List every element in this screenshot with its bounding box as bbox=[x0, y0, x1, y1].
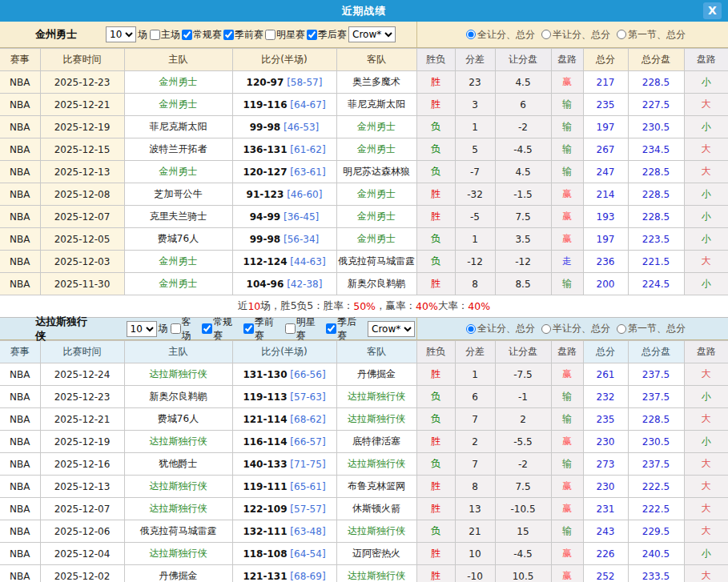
scope-radio-0[interactable] bbox=[466, 30, 476, 39]
away-team-cell: 俄克拉荷马城雷霆 bbox=[336, 251, 416, 273]
total-line-cell: 228.5 bbox=[628, 183, 684, 206]
filter-checkbox-0[interactable] bbox=[171, 323, 181, 334]
games-count-select[interactable]: 10 bbox=[106, 26, 136, 42]
over-under-cell: 大 bbox=[684, 363, 728, 386]
total-line-cell: 222.5 bbox=[628, 476, 684, 498]
point-diff-cell: 2 bbox=[455, 431, 495, 453]
scope-radios: 全让分、总分半让分、总分第一节、总分 bbox=[460, 28, 686, 42]
home-team-cell: 俄克拉荷马城雷霆 bbox=[124, 520, 232, 543]
column-header: 客队 bbox=[336, 49, 416, 71]
away-team-cell: 达拉斯独行侠 bbox=[336, 386, 416, 408]
table-row: NBA2025-12-15波特兰开拓者136-131 [61-62]金州勇士负5… bbox=[0, 138, 728, 161]
total-line-cell: 228.5 bbox=[628, 71, 684, 94]
league-cell: NBA bbox=[0, 161, 40, 183]
column-header: 盘路 bbox=[551, 341, 583, 363]
point-diff-cell: 23 bbox=[455, 71, 495, 94]
date-cell: 2025-12-23 bbox=[40, 71, 124, 94]
filter-checkbox-4[interactable] bbox=[326, 323, 336, 334]
point-diff-cell: 8 bbox=[455, 476, 495, 498]
results-table: 赛事比赛时间主队比分(半场)客队胜负分差让分盘盘路总分总分盘盘路NBA2025-… bbox=[0, 340, 728, 582]
filter-checkbox-4[interactable] bbox=[307, 30, 317, 40]
team-section-warriors: 金州勇士10场主场常规赛季前赛明星赛季后赛Crow*全让分、总分半让分、总分第一… bbox=[0, 22, 728, 318]
results-table: 赛事比赛时间主队比分(半场)客队胜负分差让分盘盘路总分总分盘盘路NBA2025-… bbox=[0, 48, 728, 295]
result-cell: 负 bbox=[416, 520, 455, 543]
home-team-cell: 金州勇士 bbox=[124, 94, 232, 116]
final-score: 121-114 bbox=[243, 414, 287, 425]
filter-checkbox-1[interactable] bbox=[202, 323, 212, 334]
league-cell: NBA bbox=[0, 251, 40, 273]
home-team-cell: 克里夫兰骑士 bbox=[124, 206, 232, 228]
odds-source-select[interactable]: Crow* bbox=[348, 26, 396, 42]
handicap-line-cell: -1.5 bbox=[495, 183, 551, 206]
scope-radio-0[interactable] bbox=[466, 324, 476, 334]
league-cell: NBA bbox=[0, 408, 40, 431]
filter-checkbox-3[interactable] bbox=[285, 323, 296, 334]
section-filter-bar: 达拉斯独行侠10场客场常规赛季前赛明星赛季后赛Crow*全让分、总分半让分、总分… bbox=[0, 318, 728, 340]
point-diff-cell: 1 bbox=[455, 228, 495, 251]
point-diff-cell: -5 bbox=[455, 206, 495, 228]
league-cell: NBA bbox=[0, 206, 40, 228]
over-under-cell: 大 bbox=[684, 520, 728, 543]
point-diff-cell: 7 bbox=[455, 408, 495, 431]
result-cell: 负 bbox=[416, 161, 455, 183]
scope-radio-label: 半让分、总分 bbox=[553, 28, 610, 42]
home-team-cell: 金州勇士 bbox=[124, 71, 232, 94]
home-team-cell: 达拉斯独行侠 bbox=[124, 543, 232, 565]
filter-checkbox-label: 季前赛 bbox=[255, 315, 284, 343]
date-cell: 2025-12-21 bbox=[40, 408, 124, 431]
scope-radio-2[interactable] bbox=[617, 324, 626, 334]
handicap-line-cell: 10.5 bbox=[495, 565, 551, 582]
filter-checkbox-1[interactable] bbox=[182, 30, 192, 40]
filter-checkbox-group: 季前赛 bbox=[242, 315, 284, 343]
away-team-cell: 达拉斯独行侠 bbox=[336, 453, 416, 476]
filter-checkbox-label: 客场 bbox=[182, 315, 201, 343]
total-points-cell: 226 bbox=[583, 543, 628, 565]
over-under-cell: 大 bbox=[684, 138, 728, 161]
over-under-cell: 小 bbox=[684, 228, 728, 251]
summary-segment: 40% bbox=[468, 300, 490, 312]
date-cell: 2025-12-03 bbox=[40, 251, 124, 273]
league-cell: NBA bbox=[0, 498, 40, 520]
result-cell: 胜 bbox=[416, 273, 455, 295]
scope-radio-1[interactable] bbox=[541, 30, 551, 39]
final-score: 131-130 bbox=[243, 369, 287, 380]
scope-radio-1[interactable] bbox=[541, 324, 551, 334]
result-cell: 负 bbox=[416, 408, 455, 431]
table-row: NBA2025-12-03金州勇士112-124 [44-63]俄克拉荷马城雷霆… bbox=[0, 251, 728, 273]
home-team-cell: 波特兰开拓者 bbox=[124, 138, 232, 161]
table-row: NBA2025-12-05费城76人99-98 [56-34]金州勇士负13.5… bbox=[0, 228, 728, 251]
filter-controls: 达拉斯独行侠10场客场常规赛季前赛明星赛季后赛Crow* bbox=[0, 318, 416, 339]
handicap-result-cell: 赢 bbox=[551, 543, 583, 565]
table-row: NBA2025-12-07克里夫兰骑士94-99 [36-45]金州勇士胜-57… bbox=[0, 206, 728, 228]
score-cell: 116-114 [66-57] bbox=[232, 431, 336, 453]
filter-checkbox-0[interactable] bbox=[150, 30, 160, 40]
table-body: NBA2025-12-23金州勇士120-97 [58-57]奥兰多魔术胜234… bbox=[0, 71, 728, 295]
filter-checkbox-2[interactable] bbox=[243, 323, 254, 334]
over-under-cell: 小 bbox=[684, 206, 728, 228]
handicap-line-cell: 7.5 bbox=[495, 206, 551, 228]
total-points-cell: 193 bbox=[583, 206, 628, 228]
half-score: [57-57] bbox=[290, 504, 325, 515]
point-diff-cell: 7 bbox=[455, 453, 495, 476]
table-row: NBA2025-12-21费城76人121-114 [68-62]达拉斯独行侠负… bbox=[0, 408, 728, 431]
filter-checkbox-group: 常规赛 bbox=[200, 315, 242, 343]
filter-checkbox-3[interactable] bbox=[265, 30, 276, 40]
column-header: 赛事 bbox=[0, 49, 40, 71]
away-team-cell: 达拉斯独行侠 bbox=[336, 520, 416, 543]
handicap-line-cell: 6 bbox=[495, 94, 551, 116]
handicap-line-cell: 2 bbox=[495, 408, 551, 431]
odds-source-select[interactable]: Crow* bbox=[368, 321, 415, 337]
total-line-cell: 237.5 bbox=[628, 453, 684, 476]
scope-radio-2[interactable] bbox=[617, 30, 626, 39]
date-cell: 2025-12-06 bbox=[40, 520, 124, 543]
close-button[interactable]: X bbox=[703, 2, 722, 19]
games-count-select[interactable]: 10 bbox=[127, 321, 157, 337]
filter-checkbox-2[interactable] bbox=[223, 30, 234, 40]
filter-checkbox-group: 常规赛 bbox=[180, 28, 222, 42]
date-cell: 2025-12-13 bbox=[40, 476, 124, 498]
final-score: 94-99 bbox=[250, 211, 280, 223]
result-cell: 负 bbox=[416, 116, 455, 138]
result-cell: 负 bbox=[416, 251, 455, 273]
home-team-cell: 费城76人 bbox=[124, 228, 232, 251]
over-under-cell: 小 bbox=[684, 543, 728, 565]
